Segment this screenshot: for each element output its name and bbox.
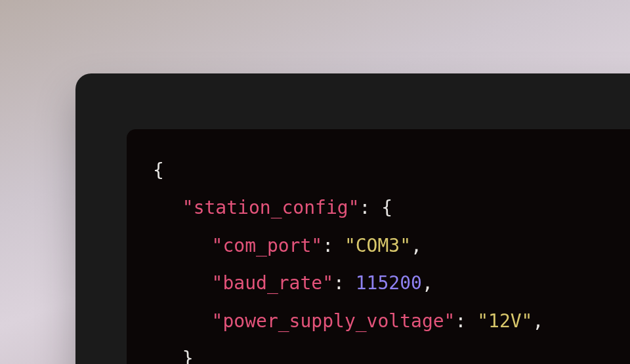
punct: : { xyxy=(360,197,393,218)
code-line: "baud_rate": 115200, xyxy=(153,264,630,302)
punct: : xyxy=(455,310,477,332)
json-string: "12V" xyxy=(477,310,532,332)
punct: : xyxy=(333,272,356,294)
json-key-com-port: "com_port" xyxy=(212,235,323,256)
punct: , xyxy=(422,272,433,294)
punct: : xyxy=(322,235,345,256)
json-number: 115200 xyxy=(356,272,422,294)
json-string: "COM3" xyxy=(345,235,411,256)
json-key-baud-rate: "baud_rate" xyxy=(212,272,333,294)
brace-close: } xyxy=(182,348,194,364)
app-window: { "station_config": { "com_port": "COM3"… xyxy=(75,73,630,364)
punct: , xyxy=(411,235,422,256)
brace-open: { xyxy=(153,159,164,181)
code-line: "station_config": { xyxy=(153,189,630,226)
code-line: "power_supply_voltage": "12V", xyxy=(153,302,630,340)
json-key-power-supply-voltage: "power_supply_voltage" xyxy=(212,310,455,332)
punct: , xyxy=(532,310,543,332)
code-line: } xyxy=(153,340,630,364)
code-line: "com_port": "COM3", xyxy=(153,227,630,264)
json-key-station-config: "station_config" xyxy=(182,197,360,218)
code-editor[interactable]: { "station_config": { "com_port": "COM3"… xyxy=(127,129,630,364)
desktop-background: { "station_config": { "com_port": "COM3"… xyxy=(0,0,630,364)
code-line: { xyxy=(153,152,630,189)
